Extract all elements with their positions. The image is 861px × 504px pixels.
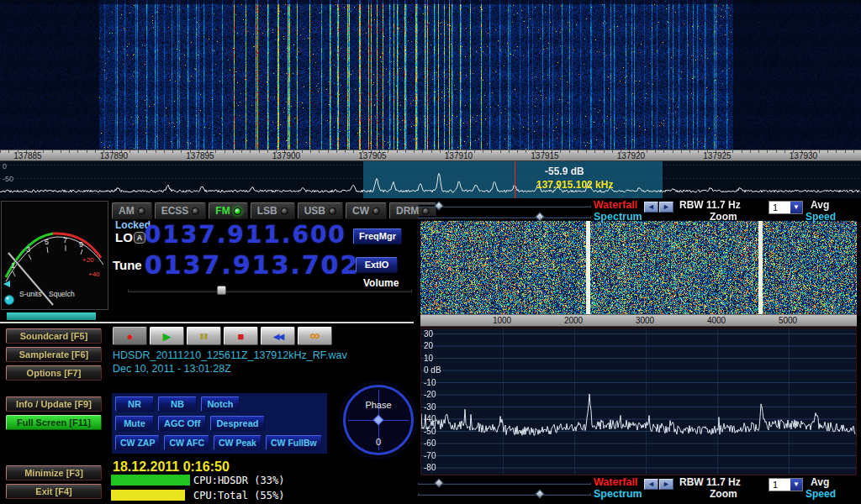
options-button[interactable]: Options [F7] (6, 365, 102, 381)
mode-led-icon (329, 207, 336, 215)
loop-button[interactable]: ∞ (298, 327, 332, 345)
waterfall-x-label: 5000 (779, 316, 797, 325)
mode-led-icon (192, 207, 199, 215)
audio-spectrum-panel: 3020100 dB-10-20-30-40-50-60-70-80 (420, 328, 857, 475)
rewind-button[interactable]: ◀◀ (261, 327, 295, 345)
minimize-button[interactable]: Minimize [F3] (6, 465, 102, 480)
cw-peak-button[interactable]: CW Peak (214, 435, 261, 450)
despread-button[interactable]: Despread (210, 416, 264, 431)
slider-track[interactable] (418, 216, 591, 218)
slider-thumb[interactable] (535, 489, 544, 498)
mode-led-icon (372, 207, 380, 215)
volume-slider[interactable] (128, 286, 412, 295)
audio-spectrum-display[interactable] (421, 328, 856, 475)
nb-button[interactable]: NB (158, 396, 197, 412)
s-meter-label-plus20: +20 (82, 256, 94, 264)
cpu-status: CPU:HDSDR (33%) CPU:Total (55%) (110, 473, 330, 503)
volume-slider-thumb[interactable] (217, 286, 226, 295)
zoom-label-top: Zoom (710, 211, 737, 223)
avg-select-value: 1 (773, 202, 778, 213)
mode-label: USB (304, 205, 325, 217)
waterfall-x-label: 4000 (707, 316, 726, 325)
avg-label-top: Avg (811, 199, 829, 211)
mode-button-lsb[interactable]: LSB (251, 202, 295, 219)
spectrum-level-slider-bottom[interactable] (418, 491, 591, 498)
s-meter-label-5: 5 (45, 238, 49, 246)
spectrum-toggle-top[interactable]: Spectrum (594, 211, 642, 223)
mute-button[interactable]: Mute (115, 416, 154, 431)
slider-track[interactable] (418, 493, 591, 496)
zoom-label-bottom: Zoom (710, 488, 737, 500)
scroll-right-icon-top[interactable]: ► (659, 202, 673, 213)
slider-thumb[interactable] (434, 201, 443, 210)
slider-thumb[interactable] (434, 478, 443, 487)
waterfall-level-slider-top[interactable] (418, 202, 591, 210)
nr-button[interactable]: NR (115, 396, 154, 412)
freqmgr-button[interactable]: FreqMgr (353, 228, 402, 244)
cpu-total-row: CPU:Total (55%) (110, 488, 330, 502)
dsp-panel: NRNBNotchMuteAGC OffDespreadCW ZAPCW AFC… (112, 393, 327, 454)
spectrum-level-slider-top[interactable] (418, 213, 591, 221)
spectrum-y-label: -70 (424, 451, 436, 460)
extio-button[interactable]: ExtIO (356, 257, 398, 273)
notch-button[interactable]: Notch (201, 396, 240, 412)
rbw-label-top: RBW 11.7 Hz (679, 199, 741, 211)
info-update-button[interactable]: Info / Update [F9] (6, 396, 102, 412)
waterfall-toggle-top[interactable]: Waterfall (594, 199, 637, 211)
scroll-left-icon-bottom[interactable]: ◄ (644, 479, 658, 490)
frequency-scale[interactable]: 1378851378901378951379001379051379101379… (0, 150, 861, 161)
avg-select-bottom[interactable]: 1▼ (769, 478, 803, 491)
mode-button-ecss[interactable]: ECSS (155, 202, 207, 219)
waterfall-toggle-bottom[interactable]: Waterfall (594, 476, 637, 488)
fullscreen-button[interactable]: Full Screen [F11] (6, 415, 102, 430)
s-meter[interactable]: 1 3 5 7 9 +20 +40 S-units Squelch (1, 201, 108, 310)
lo-label: LO (115, 230, 133, 244)
cw-afc-button[interactable]: CW AFC (164, 435, 209, 450)
stop-button[interactable]: ■ (224, 327, 258, 345)
record-button[interactable]: ● (113, 327, 147, 345)
freq-scale-label: 137900 (272, 151, 300, 161)
squelch-caption: Squelch (49, 290, 75, 298)
mode-button-cw[interactable]: CW (346, 202, 387, 219)
mode-label: CW (352, 205, 369, 217)
pause-icon: ▮▮ (200, 332, 209, 340)
pause-button[interactable]: ▮▮ (187, 327, 221, 345)
mode-label: ECSS (161, 205, 189, 217)
play-button[interactable]: ▶ (150, 327, 184, 345)
mode-selector: AMECSSFMLSBUSBCWDRM (112, 202, 436, 219)
waterfall-level-slider-bottom[interactable] (418, 480, 591, 487)
freq-scale-label: 137920 (617, 151, 645, 161)
squelch-knob[interactable] (5, 296, 14, 305)
tune-frequency-display[interactable]: 0137.913.702 (145, 250, 360, 280)
volume-slider-track[interactable] (128, 289, 412, 292)
mode-button-usb[interactable]: USB (298, 202, 343, 219)
agc-off-button[interactable]: AGC Off (158, 416, 206, 431)
spectrum-y-label: 30 (424, 329, 433, 339)
avg-select-value: 1 (773, 480, 778, 490)
cw-zap-button[interactable]: CW ZAP (115, 435, 160, 450)
audio-waterfall-display[interactable] (420, 221, 857, 314)
cw-fullbw-button[interactable]: CW FullBw (266, 435, 322, 450)
overview-spectrum[interactable]: 0 -50 -55.9 dB 137.915.102 kHz (0, 161, 861, 198)
avg-select-top[interactable]: 1▼ (769, 201, 803, 214)
lo-a-badge[interactable]: A (134, 232, 145, 244)
cpu-hdsdr-row: CPU:HDSDR (33%) (110, 473, 330, 487)
slider-thumb[interactable] (535, 212, 544, 221)
overview-spectrum-canvas[interactable] (0, 161, 861, 198)
main-waterfall-display[interactable] (0, 0, 861, 150)
spectrum-toggle-bottom[interactable]: Spectrum (594, 488, 642, 500)
exit-button[interactable]: Exit [F4] (6, 484, 102, 499)
lo-frequency-display[interactable]: 0137.911.600 (145, 221, 346, 249)
scroll-left-icon-top[interactable]: ◄ (644, 202, 658, 213)
mode-button-am[interactable]: AM (112, 202, 152, 219)
mode-button-fm[interactable]: FM (209, 202, 247, 219)
spectrum-y-label: 20 (424, 341, 433, 350)
audio-frequency-scale[interactable]: 10002000300040005000 (420, 314, 857, 327)
samplerate-button[interactable]: Samplerate [F6] (6, 347, 102, 362)
phase-dial[interactable]: Phase 0 (343, 385, 414, 455)
cpu-total-text: CPU:Total (55%) (193, 490, 284, 501)
soundcard-button[interactable]: Soundcard [F5] (6, 328, 102, 344)
spectrum-y-label: -10 (424, 378, 436, 387)
cpu-hdsdr-bar (111, 475, 190, 486)
scroll-right-icon-bottom[interactable]: ► (659, 479, 673, 490)
